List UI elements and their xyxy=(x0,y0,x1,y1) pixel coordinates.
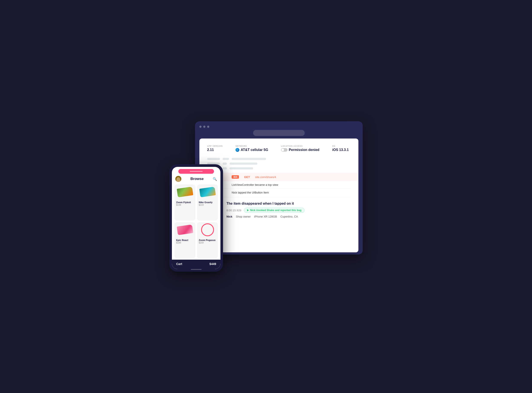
product-name-epic-react: Epic React xyxy=(176,239,194,242)
network-label: NETWORK xyxy=(235,145,268,147)
att-icon xyxy=(235,148,239,152)
device-info-row: APP VERSION 2.11 NETWORK AT&T cellular 5… xyxy=(207,145,351,152)
skeleton-row-1 xyxy=(207,158,351,160)
os-item: OS iOS 13.3.1 xyxy=(332,145,349,152)
cart-label: Cart xyxy=(176,262,182,266)
bug-info: The item disappeared when I tapped on it… xyxy=(226,202,351,225)
product-card-nike-gravity[interactable]: Nike Gravity $219 xyxy=(197,184,218,221)
scene: APP VERSION 2.11 NETWORK AT&T cellular 5… xyxy=(169,121,363,272)
dot-2 xyxy=(203,126,205,128)
app-version-item: APP VERSION 2.11 xyxy=(207,145,223,152)
phone-status-bar xyxy=(178,169,214,174)
phone-frame: Browse 🔍 Zoom Flyknit $149 xyxy=(169,164,223,272)
phone-home-bar xyxy=(191,269,202,270)
location-label: LOCATION ACCESS xyxy=(281,145,319,147)
log-entry-3[interactable]: 8:00:11.705 Nick tapped the UIButton Ite… xyxy=(207,189,351,196)
skeleton-row-2 xyxy=(207,162,351,165)
skel-text-1 xyxy=(232,158,266,160)
product-circle-icon xyxy=(201,223,214,236)
shoe-teal-icon xyxy=(199,187,216,197)
phone-screen: Browse 🔍 Zoom Flyknit $149 xyxy=(172,167,220,269)
log-text-3: Nick tapped the UIButton Item xyxy=(232,191,269,194)
dot-1 xyxy=(199,126,202,128)
network-value: AT&T cellular 5G xyxy=(235,148,268,152)
avatar xyxy=(175,176,181,182)
bug-title: The item disappeared when I tapped on it xyxy=(226,202,351,206)
product-price-zoom-pegasus: $159 xyxy=(199,242,216,244)
product-grid: Zoom Flyknit $149 Nike Gravity $219 xyxy=(172,183,220,260)
product-price-nike-gravity: $219 xyxy=(199,204,216,206)
product-name-zoom-pegasus: Zoom Pegasus xyxy=(199,239,216,242)
window-controls xyxy=(199,126,358,128)
product-price-epic-react: $189 xyxy=(176,242,194,244)
app-version-value: 2.11 xyxy=(207,148,223,152)
skeleton-rows xyxy=(207,158,351,169)
skel-badge-1 xyxy=(223,158,229,160)
phone-footer: Cart $449 xyxy=(172,260,220,269)
product-name-nike-gravity: Nike Gravity xyxy=(199,201,216,204)
address-bar[interactable] xyxy=(253,130,305,136)
skeleton-row-3 xyxy=(207,167,351,169)
shoe-pink-icon xyxy=(177,224,193,235)
network-text: AT&T cellular 5G xyxy=(241,148,268,152)
app-version-label: APP VERSION xyxy=(207,145,223,147)
location-text: Permission denied xyxy=(289,148,319,152)
product-price-zoom-flyknit: $149 xyxy=(176,204,194,206)
product-info-zoom-flyknit: Zoom Flyknit $149 xyxy=(174,200,195,208)
product-info-epic-react: Epic React $189 xyxy=(174,237,195,246)
os-value: iOS 13.3.1 xyxy=(332,148,349,152)
bug-time: 8:00:15.928 xyxy=(226,209,241,212)
avatar-person xyxy=(176,177,180,182)
log-entry-highlighted[interactable]: 8:00:05.041 404 GET site.com/shoes/4 xyxy=(199,173,358,181)
bug-device: iPhone XR 128GB xyxy=(254,215,277,218)
product-card-zoom-pegasus[interactable]: Zoom Pegasus $159 xyxy=(197,222,218,258)
log-badge-404: 404 xyxy=(232,175,239,179)
bug-user-name: Nick xyxy=(226,215,232,218)
bug-time-row: 8:00:15.928 Nick invoked Shake and repor… xyxy=(226,208,351,213)
product-img-nike-gravity xyxy=(197,184,218,200)
log-text-2: ListViewController became a top view xyxy=(232,183,278,187)
shoe-green-icon xyxy=(177,187,193,197)
skel-badge-3 xyxy=(223,167,227,169)
product-card-zoom-flyknit[interactable]: Zoom Flyknit $149 xyxy=(174,184,195,221)
log-url: site.com/shoes/4 xyxy=(255,176,276,179)
os-label: OS xyxy=(332,145,349,147)
product-name-zoom-flyknit: Zoom Flyknit xyxy=(176,201,194,204)
product-info-nike-gravity: Nike Gravity $219 xyxy=(197,200,218,208)
product-info-zoom-pegasus: Zoom Pegasus $159 xyxy=(197,237,218,246)
laptop-screen: APP VERSION 2.11 NETWORK AT&T cellular 5… xyxy=(199,138,358,252)
product-img-zoom-pegasus xyxy=(197,222,218,237)
bug-report-card: Browse xyxy=(207,197,351,225)
log-section: 8:00:05.041 404 GET site.com/shoes/4 8:0… xyxy=(207,173,351,196)
skel-time-1 xyxy=(207,158,220,160)
location-value: Permission denied xyxy=(281,148,319,152)
product-img-epic-react xyxy=(174,222,195,237)
product-img-zoom-flyknit xyxy=(174,184,195,200)
location-item: LOCATION ACCESS Permission denied xyxy=(281,145,319,152)
location-toggle[interactable] xyxy=(281,148,288,152)
phone-header: Browse 🔍 xyxy=(172,174,220,183)
phone-title: Browse xyxy=(190,177,204,181)
log-method-get: GET xyxy=(244,176,250,179)
log-entry-2[interactable]: 8:00:07.537 ListViewController became a … xyxy=(207,181,351,189)
skel-text-3 xyxy=(229,167,253,169)
cart-price: $449 xyxy=(209,262,216,266)
bug-location: Cupertino, CA xyxy=(280,215,298,218)
bug-shake-label: Nick invoked Shake and reported this bug xyxy=(250,209,301,212)
dot-3 xyxy=(207,126,209,128)
search-icon[interactable]: 🔍 xyxy=(213,177,217,181)
network-item: NETWORK AT&T cellular 5G xyxy=(235,145,268,152)
bug-shake-badge[interactable]: Nick invoked Shake and reported this bug xyxy=(244,208,305,213)
product-card-epic-react[interactable]: Epic React $189 xyxy=(174,222,195,258)
bug-meta: Nick Shop owner iPhone XR 128GB Cupertin… xyxy=(226,215,351,218)
status-line xyxy=(190,171,203,172)
content-panel: APP VERSION 2.11 NETWORK AT&T cellular 5… xyxy=(199,138,358,225)
bug-user-role: Shop owner xyxy=(236,215,251,218)
skel-text-2 xyxy=(229,162,257,165)
skel-badge-2 xyxy=(223,162,227,165)
play-icon xyxy=(247,209,249,211)
